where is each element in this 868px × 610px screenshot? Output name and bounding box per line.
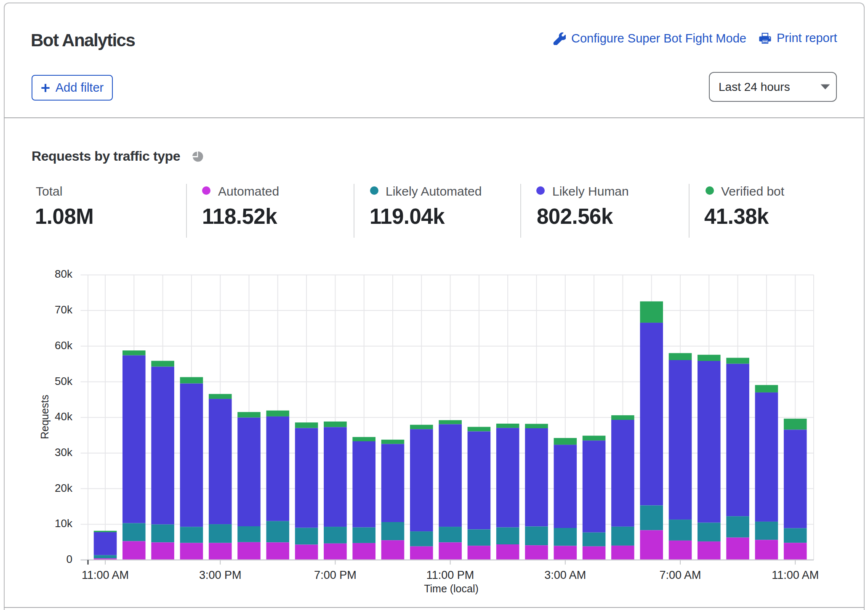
svg-text:7:00 PM: 7:00 PM bbox=[314, 569, 357, 581]
svg-text:20k: 20k bbox=[55, 482, 73, 494]
svg-text:7:00 AM: 7:00 AM bbox=[659, 569, 701, 581]
svg-text:11:00 PM: 11:00 PM bbox=[426, 569, 474, 581]
svg-text:30k: 30k bbox=[55, 446, 73, 459]
svg-text:40k: 40k bbox=[55, 410, 73, 423]
svg-text:3:00 AM: 3:00 AM bbox=[544, 569, 586, 581]
svg-text:60k: 60k bbox=[55, 339, 73, 352]
svg-text:Requests: Requests bbox=[39, 395, 51, 439]
svg-text:80k: 80k bbox=[55, 268, 73, 280]
svg-text:50k: 50k bbox=[55, 375, 73, 387]
svg-text:10k: 10k bbox=[55, 517, 73, 530]
svg-text:Time (local): Time (local) bbox=[424, 583, 479, 594]
svg-text:0: 0 bbox=[67, 553, 72, 565]
svg-text:70k: 70k bbox=[55, 303, 73, 316]
svg-text:3:00 PM: 3:00 PM bbox=[199, 569, 242, 581]
svg-text:11:00 AM: 11:00 AM bbox=[772, 569, 819, 581]
svg-text:11:00 AM: 11:00 AM bbox=[82, 569, 129, 581]
